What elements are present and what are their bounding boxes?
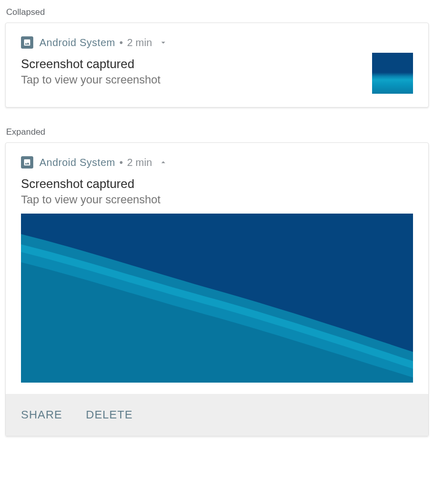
notification-subtitle: Tap to view your screenshot [21, 193, 413, 206]
chevron-up-icon[interactable] [158, 157, 168, 167]
image-icon [21, 156, 33, 169]
notification-card-collapsed[interactable]: Android System • 2 min Screenshot captur… [5, 23, 429, 108]
share-button[interactable]: SHARE [21, 408, 62, 422]
separator-dot: • [119, 37, 123, 49]
screenshot-large-preview [21, 214, 413, 383]
notification-header[interactable]: Android System • 2 min [6, 143, 428, 174]
section-label-collapsed: Collapsed [6, 7, 429, 17]
notification-title: Screenshot captured [21, 177, 413, 191]
notification-body[interactable]: Screenshot captured Tap to view your scr… [6, 174, 428, 209]
delete-button[interactable]: DELETE [86, 408, 133, 422]
image-icon [21, 36, 33, 49]
chevron-down-icon[interactable] [158, 37, 168, 48]
notification-card-expanded[interactable]: Android System • 2 min Screenshot captur… [5, 142, 429, 436]
section-label-expanded: Expanded [6, 127, 429, 137]
notification-title: Screenshot captured [21, 57, 365, 71]
app-name: Android System [39, 157, 115, 169]
notification-header[interactable]: Android System • 2 min [6, 23, 428, 54]
separator-dot: • [119, 157, 123, 169]
screenshot-thumbnail [372, 53, 413, 94]
app-name: Android System [39, 37, 115, 49]
notification-subtitle: Tap to view your screenshot [21, 73, 365, 87]
notification-time: 2 min [127, 157, 152, 169]
notification-body[interactable]: Screenshot captured Tap to view your scr… [6, 54, 428, 107]
notification-time: 2 min [127, 37, 152, 49]
notification-actions: SHARE DELETE [6, 394, 428, 436]
